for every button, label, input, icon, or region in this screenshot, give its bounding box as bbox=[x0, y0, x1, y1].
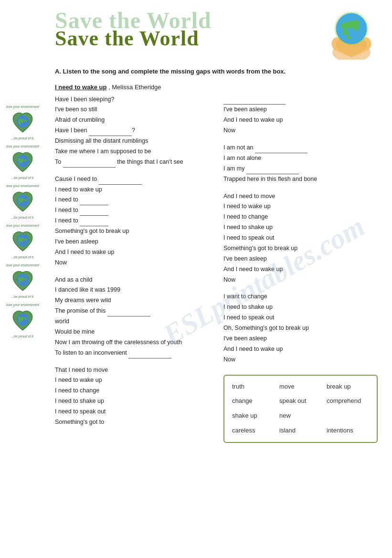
stanza-left-1: Have I been sleeping? I've been so still… bbox=[55, 95, 209, 168]
sidebar-card-5: love your environment ...be proud of it. bbox=[6, 263, 39, 298]
blank[interactable] bbox=[63, 161, 116, 168]
word-box-item: change bbox=[232, 396, 275, 407]
line: Trapped here in this flesh and bone bbox=[223, 174, 378, 185]
line: Afraid of crumbling bbox=[55, 115, 209, 126]
line: To the things that I can't see bbox=[55, 157, 209, 168]
sidebar-label-5: love your environment bbox=[6, 263, 39, 267]
line: Would be mine bbox=[55, 327, 209, 337]
sidebar-card-4: love your environment ...be proud of it. bbox=[6, 224, 39, 259]
stanza-right-2: I am not an I am not alone I am my Trapp… bbox=[223, 143, 378, 185]
line: I need to wake up bbox=[55, 185, 209, 195]
line: I need to speak out bbox=[223, 313, 378, 323]
song-artist-name: Melissa Etheridge bbox=[112, 84, 161, 91]
line: Cause I need to bbox=[55, 174, 209, 185]
word-box-item: intentions bbox=[327, 425, 369, 436]
earth-heart-4 bbox=[10, 228, 36, 254]
sidebar-card-1: love your environment ...be proud of it. bbox=[6, 105, 39, 140]
stanza-right-4: I want to change I need to shake up I ne… bbox=[223, 292, 378, 365]
song-left: Have I been sleeping? I've been so still… bbox=[55, 95, 209, 443]
line: I need to wake up bbox=[223, 201, 378, 212]
sidebar-label-1: love your environment bbox=[6, 105, 39, 108]
earth-heart-6 bbox=[10, 307, 36, 334]
song-title-line: I need to wake up , Melissa Etheridge bbox=[50, 84, 382, 91]
line: I've been asleep bbox=[223, 334, 378, 344]
main-content: ESLprintables.com Save the World Save th… bbox=[45, 0, 392, 558]
line: Something's got to break up bbox=[223, 243, 378, 254]
stanza-left-2: Cause I need to I need to wake up I need… bbox=[55, 174, 209, 268]
blank[interactable] bbox=[128, 352, 171, 358]
line: I need to bbox=[55, 195, 209, 205]
line: And I need to wake up bbox=[55, 247, 209, 258]
line: The promise of this bbox=[55, 306, 209, 316]
sidebar-card-2: love your environment ...be proud of it. bbox=[6, 145, 39, 179]
sidebar-label-4: love your environment bbox=[6, 224, 39, 227]
blank[interactable] bbox=[107, 310, 150, 316]
line: And as a child bbox=[55, 275, 209, 285]
blank[interactable] bbox=[80, 220, 108, 226]
line: I've been asleep bbox=[55, 237, 209, 247]
line: Have I been ? bbox=[55, 126, 209, 136]
title-main: Save the World bbox=[55, 26, 199, 51]
line: Now bbox=[223, 275, 378, 285]
line: I need to change bbox=[55, 386, 209, 396]
song-title: I need to wake up bbox=[55, 84, 106, 91]
word-box: truth move break up change speak out com… bbox=[223, 375, 378, 443]
sidebar-card-3: love your environment ...be proud of it. bbox=[6, 184, 39, 219]
sidebar-proud-1: ...be proud of it. bbox=[11, 137, 34, 140]
line: I've been asleep bbox=[223, 254, 378, 264]
sidebar-card-6: love your environment ...be proud of it. bbox=[6, 303, 39, 338]
line: I need to bbox=[55, 205, 209, 216]
line: Something's got to bbox=[55, 417, 209, 428]
line: My dreams were wild bbox=[55, 295, 209, 306]
song-section: Have I been sleeping? I've been so still… bbox=[50, 95, 382, 443]
line: I've been so still bbox=[55, 105, 209, 115]
globe-image bbox=[325, 7, 378, 60]
blank[interactable] bbox=[89, 129, 132, 136]
line: I need to shake up bbox=[55, 396, 209, 407]
word-box-item: careless bbox=[232, 425, 275, 436]
blank[interactable] bbox=[99, 178, 142, 185]
sidebar-proud-6: ...be proud of it. bbox=[11, 335, 34, 338]
word-box-item: move bbox=[279, 381, 322, 392]
line: I need to change bbox=[223, 212, 378, 222]
line: Dismissing all the distant rumblings bbox=[55, 136, 209, 147]
word-box-item: shake up bbox=[232, 411, 275, 421]
line: And I need to move bbox=[223, 191, 378, 202]
blank[interactable] bbox=[80, 209, 108, 216]
blank[interactable] bbox=[80, 199, 108, 205]
sidebar-label-2: love your environment bbox=[6, 145, 39, 148]
stanza-left-4: That I need to move I need to wake up I … bbox=[55, 365, 209, 428]
word-box-item: break up bbox=[327, 381, 369, 392]
word-box-item: truth bbox=[232, 381, 275, 392]
sidebar-proud-5: ...be proud of it. bbox=[11, 295, 34, 298]
word-box-item: island bbox=[279, 425, 322, 436]
line bbox=[223, 95, 378, 105]
line: Have I been sleeping? bbox=[55, 95, 209, 105]
word-box-item: new bbox=[279, 411, 322, 421]
earth-heart-5 bbox=[10, 268, 36, 294]
sidebar-proud-4: ...be proud of it. bbox=[11, 255, 34, 259]
blank[interactable] bbox=[223, 98, 286, 105]
line: Now bbox=[223, 355, 378, 365]
sidebar-label-3: love your environment bbox=[6, 184, 39, 188]
line: Now bbox=[223, 126, 378, 136]
line: And I need to wake up bbox=[223, 264, 378, 275]
header: Save the World Save the World bbox=[50, 5, 382, 62]
line: I am my bbox=[223, 164, 378, 174]
blank[interactable] bbox=[246, 168, 299, 174]
line: I want to change bbox=[223, 292, 378, 302]
earth-heart-3 bbox=[10, 189, 36, 215]
word-box-item: speak out bbox=[279, 396, 322, 407]
line: I need to shake up bbox=[223, 302, 378, 313]
blank[interactable] bbox=[255, 147, 307, 153]
line: Now bbox=[55, 258, 209, 268]
line: I've been asleep bbox=[223, 105, 378, 115]
line: world bbox=[55, 316, 209, 327]
line: I am not alone bbox=[223, 153, 378, 164]
word-box-item bbox=[327, 411, 369, 421]
stanza-right-3: And I need to move I need to wake up I n… bbox=[223, 191, 378, 285]
sidebar-proud-3: ...be proud of it. bbox=[11, 216, 34, 219]
line: I need to wake up bbox=[55, 375, 209, 386]
earth-heart-2 bbox=[10, 149, 36, 175]
line: I need to speak out bbox=[55, 407, 209, 417]
